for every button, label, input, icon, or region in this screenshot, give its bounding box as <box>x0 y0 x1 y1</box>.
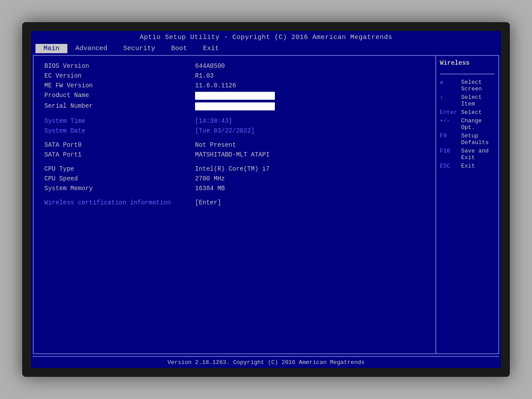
ec-version-row: EC Version R1.03 <box>44 71 425 81</box>
version-bar: Version 2.18.1263. Copyright (C) 2016 Am… <box>33 356 499 368</box>
cpu-speed-label: CPU Speed <box>44 175 195 182</box>
system-date-label: System Date <box>44 127 195 134</box>
title-text: Aptio Setup Utility - Copyright (C) 2016… <box>140 34 392 41</box>
product-name-label: Product Name <box>44 92 195 100</box>
sata-port1-row: SATA Port1 MATSHITABD-MLT ATAPI <box>44 150 425 160</box>
key-plusminus-row: +/- Change Opt. <box>440 117 495 131</box>
sata-port0-value: Not Present <box>195 141 236 149</box>
sata-port1-label: SATA Port1 <box>44 151 195 158</box>
content-area: BIOS Version 644A0500 EC Version R1.03 M… <box>33 55 499 354</box>
me-fw-version-row: ME FW Version 11.6.0.1126 <box>44 81 425 90</box>
wireless-cert-label: Wireless certification information <box>44 199 195 206</box>
product-name-row: Product Name <box>44 90 425 101</box>
cpu-speed-value: 2700 MHz <box>195 175 225 182</box>
bios-version-row: BIOS Version 644A0500 <box>44 61 425 71</box>
sata-port0-row: SATA Port0 Not Present <box>44 140 425 150</box>
key-f10-desc: Save and Exit <box>461 148 495 161</box>
system-time-value: [14:30:43] <box>195 117 232 125</box>
key-f9-label: F9 <box>440 133 459 139</box>
system-memory-value: 16384 MB <box>195 185 225 192</box>
system-date-value: [Tue 03/22/2022] <box>195 127 254 134</box>
key-f9-desc: Setup Defaults <box>461 133 495 146</box>
menu-item-main[interactable]: Main <box>35 44 67 53</box>
bios-screen: Aptio Setup Utility - Copyright (C) 2016… <box>31 31 501 368</box>
serial-number-value <box>195 102 275 110</box>
main-panel: BIOS Version 644A0500 EC Version R1.03 M… <box>34 56 436 353</box>
cpu-type-row: CPU Type Intel(R) Core(TM) i7 <box>44 164 425 174</box>
system-time-label: System Time <box>44 117 195 125</box>
menu-item-security[interactable]: Security <box>115 44 163 53</box>
right-sidebar: Wireless ⇄ Select Screen ↕ Select Item E… <box>436 56 498 353</box>
serial-number-label: Serial Number <box>44 102 195 110</box>
system-memory-label: System Memory <box>44 185 195 192</box>
menu-bar: Main Advanced Security Boot Exit <box>31 43 501 55</box>
cpu-speed-row: CPU Speed 2700 MHz <box>44 174 425 184</box>
cpu-type-value: Intel(R) Core(TM) i7 <box>195 165 270 172</box>
key-esc-row: ESC Exit <box>440 163 495 169</box>
key-esc-desc: Exit <box>461 163 475 169</box>
key-f9-row: F9 Setup Defaults <box>440 133 495 146</box>
key-arrows-lr: ⇄ <box>440 79 459 86</box>
key-select-screen: ⇄ Select Screen <box>440 79 495 92</box>
version-text: Version 2.18.1263. Copyright (C) 2016 Am… <box>168 359 365 366</box>
system-date-row[interactable]: System Date [Tue 03/22/2022] <box>44 126 425 136</box>
me-fw-label: ME FW Version <box>44 82 195 89</box>
wireless-cert-value: [Enter] <box>195 199 221 206</box>
menu-item-exit[interactable]: Exit <box>195 44 227 53</box>
sata-port0-label: SATA Port0 <box>44 141 195 149</box>
key-select-screen-desc: Select Screen <box>461 79 495 92</box>
key-select-item: ↕ Select Item <box>440 94 495 107</box>
menu-item-boot[interactable]: Boot <box>163 44 195 53</box>
bios-version-value: 644A0500 <box>195 63 225 70</box>
system-time-row[interactable]: System Time [14:30:43] <box>44 116 425 126</box>
key-arrows-ud: ↕ <box>440 94 459 101</box>
bios-version-label: BIOS Version <box>44 63 195 70</box>
ec-version-value: R1.03 <box>195 72 214 79</box>
monitor-bezel: Aptio Setup Utility - Copyright (C) 2016… <box>22 22 510 377</box>
key-f10-label: F10 <box>440 148 459 154</box>
key-f10-row: F10 Save and Exit <box>440 148 495 161</box>
system-memory-row: System Memory 16384 MB <box>44 184 425 193</box>
sata-port1-value: MATSHITABD-MLT ATAPI <box>195 151 270 158</box>
key-enter-desc: Select <box>461 109 482 116</box>
wireless-cert-row[interactable]: Wireless certification information [Ente… <box>44 198 425 207</box>
serial-number-row: Serial Number <box>44 101 425 112</box>
menu-item-advanced[interactable]: Advanced <box>67 44 115 53</box>
key-plusminus-label: +/- <box>440 117 459 124</box>
key-plusminus-desc: Change Opt. <box>461 117 495 131</box>
key-enter-row: Enter Select <box>440 109 495 116</box>
product-name-value <box>195 92 275 100</box>
cpu-type-label: CPU Type <box>44 165 195 172</box>
sidebar-divider <box>440 74 495 74</box>
me-fw-value: 11.6.0.1126 <box>195 82 236 89</box>
title-bar: Aptio Setup Utility - Copyright (C) 2016… <box>31 31 501 43</box>
key-select-item-desc: Select Item <box>461 94 495 107</box>
key-esc-label: ESC <box>440 163 459 169</box>
sidebar-header: Wireless <box>440 59 495 66</box>
key-enter-label: Enter <box>440 109 459 116</box>
ec-version-label: EC Version <box>44 72 195 79</box>
